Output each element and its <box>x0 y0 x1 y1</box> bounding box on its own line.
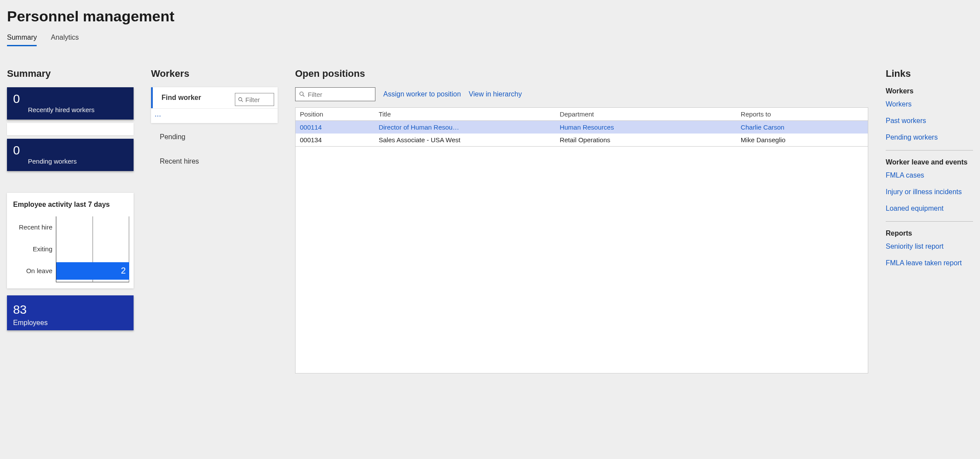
link-seniority-report[interactable]: Seniority list report <box>886 243 973 250</box>
tab-summary[interactable]: Summary <box>7 34 37 46</box>
table-row[interactable]: 000114 Director of Human Resou… Human Re… <box>296 121 868 134</box>
summary-heading: Summary <box>7 68 134 79</box>
chart-cat-2: On leave <box>11 267 56 274</box>
links-group-workers: Workers <box>886 87 973 95</box>
tile-employees-value: 83 <box>13 303 127 317</box>
links-divider <box>886 150 973 151</box>
links-group-reports: Reports <box>886 230 973 237</box>
tile-employees-label: Employees <box>13 319 127 327</box>
tile-pending-value: 0 <box>13 144 127 158</box>
workers-filter-input[interactable]: Filter <box>235 93 274 106</box>
cell-position[interactable]: 000134 <box>296 134 375 147</box>
cell-position[interactable]: 000114 <box>296 121 375 134</box>
workers-panel: Find worker Filter ··· <box>151 87 278 123</box>
col-header-department[interactable]: Department <box>555 108 736 121</box>
open-positions-empty-area <box>295 147 868 373</box>
cell-title: Sales Associate - USA West <box>374 134 555 147</box>
search-icon <box>299 91 305 97</box>
tab-analytics[interactable]: Analytics <box>51 34 79 46</box>
tile-recent-label: Recently hired workers <box>13 106 127 113</box>
cell-department: Human Resources <box>555 121 736 134</box>
chart-cat-1: Exiting <box>11 245 56 253</box>
link-past-workers[interactable]: Past workers <box>886 117 973 125</box>
view-in-hierarchy-link[interactable]: View in hierarchy <box>469 90 522 98</box>
employee-activity-card: Employee activity last 7 days Recent hir… <box>7 193 134 288</box>
tile-gap <box>7 123 134 135</box>
link-fmla-cases[interactable]: FMLA cases <box>886 171 973 179</box>
open-positions-filter-placeholder: Filter <box>308 91 322 98</box>
search-icon <box>238 97 244 103</box>
tile-pending-workers[interactable]: 0 Pending workers <box>7 139 134 171</box>
workers-filter-placeholder: Filter <box>245 96 260 103</box>
open-positions-table: Position Title Department Reports to 000… <box>295 107 868 147</box>
cell-department: Retail Operations <box>555 134 736 147</box>
workers-tab-pending[interactable]: Pending <box>151 127 278 147</box>
cell-reports-to: Mike Danseglio <box>736 134 868 147</box>
workers-tab-recent-hires[interactable]: Recent hires <box>151 151 278 172</box>
svg-point-2 <box>300 92 303 96</box>
link-workers[interactable]: Workers <box>886 100 973 108</box>
tile-recently-hired-workers[interactable]: 0 Recently hired workers <box>7 87 134 120</box>
link-fmla-leave-report[interactable]: FMLA leave taken report <box>886 259 973 267</box>
activity-title: Employee activity last 7 days <box>11 201 129 209</box>
links-heading: Links <box>886 68 973 79</box>
link-injury-incidents[interactable]: Injury or illness incidents <box>886 188 973 196</box>
assign-worker-link[interactable]: Assign worker to position <box>383 90 461 98</box>
cell-title: Director of Human Resou… <box>374 121 555 134</box>
workers-heading: Workers <box>151 68 278 79</box>
open-positions-filter-input[interactable]: Filter <box>295 87 375 101</box>
svg-line-1 <box>241 100 243 102</box>
table-row[interactable]: 000134 Sales Associate - USA West Retail… <box>296 134 868 147</box>
col-header-title[interactable]: Title <box>374 108 555 121</box>
tile-pending-label: Pending workers <box>13 158 127 165</box>
open-positions-heading: Open positions <box>295 68 868 79</box>
workers-more-actions[interactable]: ··· <box>151 108 278 123</box>
tile-recent-value: 0 <box>13 92 127 106</box>
cell-reports-to: Charlie Carson <box>736 121 868 134</box>
links-divider <box>886 221 973 222</box>
activity-chart: Recent hire Exiting On leave 2 <box>11 216 129 282</box>
link-pending-workers[interactable]: Pending workers <box>886 134 973 141</box>
col-header-position[interactable]: Position <box>296 108 375 121</box>
svg-point-0 <box>239 97 242 100</box>
links-group-leave-events: Worker leave and events <box>886 158 973 166</box>
tile-employees[interactable]: 83 Employees <box>7 295 134 331</box>
page-tabs: Summary Analytics <box>4 27 976 46</box>
svg-line-3 <box>303 95 305 97</box>
link-loaned-equipment[interactable]: Loaned equipment <box>886 205 973 212</box>
chart-cat-0: Recent hire <box>11 223 56 231</box>
workers-tab-find-worker[interactable]: Find worker <box>151 87 235 108</box>
chart-value-on-leave: 2 <box>121 266 126 276</box>
chart-bar-on-leave: 2 <box>56 262 129 280</box>
page-title: Personnel management <box>4 6 976 27</box>
col-header-reports-to[interactable]: Reports to <box>736 108 868 121</box>
